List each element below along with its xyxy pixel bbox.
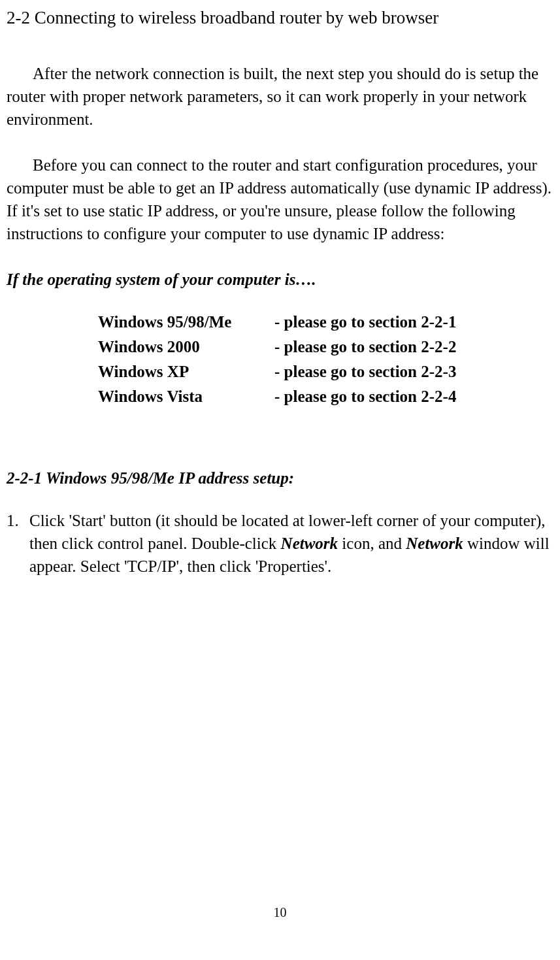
emphasis-network: Network xyxy=(406,535,463,552)
intro-paragraph-1: After the network connection is built, t… xyxy=(7,62,553,131)
emphasis-network: Network xyxy=(281,535,338,552)
if-os-line: If the operating system of your computer… xyxy=(7,268,553,291)
os-section: - please go to section 2-2-1 xyxy=(274,310,456,333)
paragraph-text: Before you can connect to the router and… xyxy=(7,156,552,242)
step-body: Click 'Start' button (it should be locat… xyxy=(29,509,553,578)
os-name: Windows 95/98/Me xyxy=(98,310,274,333)
section-heading: 2-2 Connecting to wireless broadband rou… xyxy=(7,7,553,29)
step-1: 1. Click 'Start' button (it should be lo… xyxy=(7,509,553,578)
page: 2-2 Connecting to wireless broadband rou… xyxy=(7,7,553,921)
page-number: 10 xyxy=(7,903,553,921)
os-name: Windows 2000 xyxy=(98,335,274,358)
os-row: Windows 95/98/Me - please go to section … xyxy=(98,310,553,333)
step-text: icon, and xyxy=(338,535,406,552)
step-number: 1. xyxy=(7,509,29,578)
os-section: - please go to section 2-2-4 xyxy=(274,385,456,408)
os-name: Windows XP xyxy=(98,360,274,383)
os-name: Windows Vista xyxy=(98,385,274,408)
subsection-heading: 2-2-1 Windows 95/98/Me IP address setup: xyxy=(7,467,553,489)
os-row: Windows Vista - please go to section 2-2… xyxy=(98,385,553,408)
os-row: Windows XP - please go to section 2-2-3 xyxy=(98,360,553,383)
os-row: Windows 2000 - please go to section 2-2-… xyxy=(98,335,553,358)
os-section: - please go to section 2-2-3 xyxy=(274,360,456,383)
paragraph-text: After the network connection is built, t… xyxy=(7,65,538,128)
os-table: Windows 95/98/Me - please go to section … xyxy=(98,310,553,408)
intro-paragraph-2: Before you can connect to the router and… xyxy=(7,154,553,245)
os-section: - please go to section 2-2-2 xyxy=(274,335,456,358)
